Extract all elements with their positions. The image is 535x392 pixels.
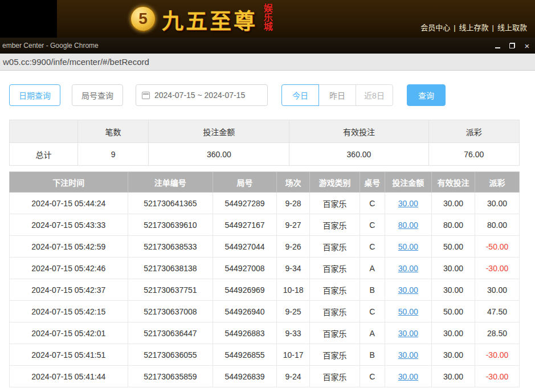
payout-cell: 47.50: [475, 301, 520, 322]
round-query-tab[interactable]: 局号查询: [72, 84, 123, 106]
date-query-tab[interactable]: 日期查询: [9, 84, 60, 106]
yesterday-button[interactable]: 昨日: [318, 84, 356, 106]
game-type-cell: 百家乐: [310, 301, 360, 322]
minimize-button[interactable]: [491, 40, 504, 51]
bet-time-cell: 2024-07-15 05:43:33: [10, 214, 128, 236]
date-range-input[interactable]: 2024-07-15 ~ 2024-07-15: [136, 84, 268, 106]
site-logo: 5 九五至尊 娱乐城: [130, 2, 272, 35]
bet-record-page: 日期查询 局号查询 2024-07-15 ~ 2024-07-15 今日 昨日 …: [0, 71, 535, 387]
session-cell: 10-18: [276, 279, 309, 301]
nav-online-withdraw[interactable]: 线上取款: [494, 23, 530, 32]
header-table-no: 桌号: [360, 172, 385, 193]
payout-cell: -30.00: [475, 344, 520, 366]
bet-amount-cell: 50.00: [385, 236, 431, 258]
table-row: 2024-07-15 05:42:15 521730637008 5449269…: [10, 301, 520, 322]
payout-cell: 28.50: [475, 322, 520, 344]
bet-amount-link[interactable]: 30.00: [398, 285, 418, 295]
bet-amount-link[interactable]: 30.00: [398, 372, 418, 381]
summary-total-label: 总计: [10, 143, 78, 166]
order-no-cell: 521730637751: [128, 279, 213, 301]
logo-subtext: 娱乐城: [262, 3, 272, 35]
session-cell: 9-33: [276, 322, 309, 344]
url-text[interactable]: w05.cc:9900/infe/mcenter/#/betRecord: [0, 57, 149, 67]
bet-amount-link[interactable]: 50.00: [398, 307, 418, 316]
payout-cell: -30.00: [475, 366, 520, 387]
header-game-type: 游戏类别: [310, 172, 360, 193]
bet-amount-link[interactable]: 30.00: [398, 350, 418, 360]
session-cell: 9-25: [276, 301, 309, 322]
today-button[interactable]: 今日: [281, 84, 319, 106]
valid-bet-cell: 30.00: [432, 193, 475, 214]
summary-header-payout: 派彩: [428, 120, 519, 143]
summary-count-value: 9: [77, 143, 148, 166]
game-type-cell: 百家乐: [310, 279, 360, 301]
bet-table-body: 2024-07-15 05:44:24 521730641365 5449272…: [10, 193, 520, 387]
window-controls: ×: [489, 38, 534, 54]
table-row: 2024-07-15 05:44:24 521730641365 5449272…: [10, 193, 520, 214]
bet-table-header-row: 下注时间 注单编号 局号 场次 游戏类别 桌号 投注金额 有效投注 派彩: [10, 172, 520, 193]
last8days-button[interactable]: 近8日: [356, 84, 393, 106]
site-header: 5 九五至尊 娱乐城 会员中心|线上存款|线上取款: [0, 0, 535, 38]
summary-header-valid: 有效投注: [289, 120, 428, 143]
valid-bet-cell: 30.00: [432, 344, 475, 366]
payout-cell: -30.00: [475, 258, 520, 279]
header-nav: 会员中心|线上存款|线上取款: [417, 22, 530, 32]
session-cell: 9-26: [276, 236, 309, 258]
bet-amount-link[interactable]: 30.00: [398, 329, 418, 338]
bet-amount-cell: 30.00: [385, 344, 431, 366]
table-no-cell: B: [360, 279, 385, 301]
background-window-corner: [0, 0, 57, 38]
table-row: 2024-07-15 05:42:37 521730637751 5449269…: [10, 279, 520, 301]
restore-button[interactable]: [505, 40, 519, 51]
payout-cell: 80.00: [475, 214, 520, 236]
table-row: 2024-07-15 05:42:46 521730638138 5449270…: [10, 258, 520, 279]
summary-header-empty: [10, 120, 78, 143]
bet-time-cell: 2024-07-15 05:44:24: [10, 193, 128, 214]
round-no-cell: 544927289: [213, 193, 277, 214]
bet-amount-link[interactable]: 30.00: [398, 199, 418, 208]
bet-amount-cell: 30.00: [385, 279, 431, 301]
valid-bet-cell: 80.00: [432, 214, 475, 236]
table-row: 2024-07-15 05:43:33 521730639610 5449271…: [10, 214, 520, 236]
bet-amount-cell: 30.00: [385, 322, 431, 344]
window-title: ember Center - Google Chrome: [0, 42, 99, 50]
close-button[interactable]: ×: [520, 40, 534, 51]
round-no-cell: 544926855: [213, 344, 277, 366]
header-payout: 派彩: [475, 172, 520, 193]
order-no-cell: 521730638533: [128, 236, 213, 258]
summary-table: 笔数 投注金额 有效投注 派彩 总计 9 360.00 360.00 76.00: [9, 120, 520, 166]
order-no-cell: 521730637008: [128, 301, 213, 322]
round-no-cell: 544926839: [213, 366, 277, 387]
browser-titlebar: ember Center - Google Chrome ×: [0, 38, 535, 54]
order-no-cell: 521730639610: [128, 214, 213, 236]
table-no-cell: A: [360, 322, 385, 344]
table-no-cell: A: [360, 258, 385, 279]
round-no-cell: 544926883: [213, 322, 277, 344]
browser-addressbar: w05.cc:9900/infe/mcenter/#/betRecord: [0, 54, 535, 71]
nav-member-center[interactable]: 会员中心: [417, 23, 454, 32]
bet-amount-link[interactable]: 50.00: [398, 242, 418, 251]
filter-row: 日期查询 局号查询 2024-07-15 ~ 2024-07-15 今日 昨日 …: [9, 84, 526, 106]
bet-time-cell: 2024-07-15 05:42:15: [10, 301, 128, 322]
bet-amount-cell: 80.00: [385, 214, 431, 236]
bet-time-cell: 2024-07-15 05:41:44: [10, 366, 128, 387]
search-button[interactable]: 查询: [407, 84, 446, 106]
order-no-cell: 521730641365: [128, 193, 213, 214]
summary-header-count: 笔数: [77, 120, 148, 143]
game-type-cell: 百家乐: [310, 366, 360, 387]
nav-online-deposit[interactable]: 线上存款: [456, 23, 492, 32]
game-type-cell: 百家乐: [310, 236, 360, 258]
bet-amount-link[interactable]: 30.00: [398, 264, 418, 273]
summary-total-row: 总计 9 360.00 360.00 76.00: [10, 143, 520, 166]
session-cell: 9-27: [276, 214, 309, 236]
round-no-cell: 544927044: [213, 236, 277, 258]
game-type-cell: 百家乐: [310, 258, 360, 279]
order-no-cell: 521730636055: [128, 344, 213, 366]
round-no-cell: 544926940: [213, 301, 277, 322]
bet-amount-link[interactable]: 80.00: [398, 220, 418, 230]
summary-header-row: 笔数 投注金额 有效投注 派彩: [10, 120, 520, 143]
table-no-cell: C: [360, 301, 385, 322]
session-cell: 9-28: [276, 193, 309, 214]
payout-cell: 30.00: [475, 193, 520, 214]
bet-amount-cell: 30.00: [385, 366, 431, 387]
